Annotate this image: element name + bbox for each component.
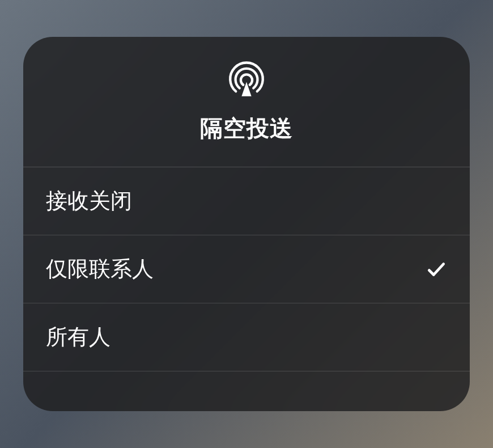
- option-contacts-only[interactable]: 仅限联系人: [23, 235, 470, 303]
- option-label: 接收关闭: [46, 187, 132, 215]
- airdrop-icon: [226, 60, 267, 100]
- popup-header: 隔空投送: [23, 37, 470, 167]
- option-everyone[interactable]: 所有人: [23, 303, 470, 371]
- checkmark-icon: [426, 259, 447, 280]
- option-label: 仅限联系人: [46, 255, 154, 284]
- airdrop-popup: 隔空投送 接收关闭 仅限联系人 所有人: [23, 37, 470, 411]
- option-receiving-off[interactable]: 接收关闭: [23, 167, 470, 235]
- option-label: 所有人: [46, 323, 110, 352]
- popup-title: 隔空投送: [200, 113, 293, 144]
- options-list: 接收关闭 仅限联系人 所有人: [23, 167, 470, 411]
